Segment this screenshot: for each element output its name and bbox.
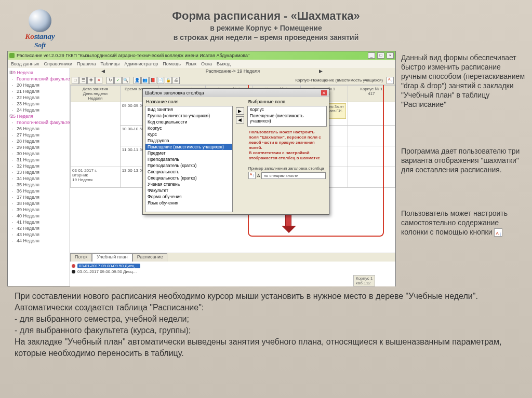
tree-item[interactable]: 41 Неделя — [9, 219, 68, 225]
field-item[interactable]: Корпус — [145, 125, 232, 131]
tb-print-icon[interactable]: 🖨 — [172, 77, 180, 84]
tree-item[interactable]: Геологический факультет — [9, 76, 68, 82]
field-item[interactable]: Группа (количество учащихся) — [145, 113, 232, 119]
tb-user1-icon[interactable]: 👤 — [134, 77, 141, 84]
tb-user2-icon[interactable]: 👥 — [141, 77, 149, 84]
menu-Помощь[interactable]: Помощь — [161, 61, 183, 67]
tree-item[interactable]: 27 Неделя — [9, 132, 68, 138]
example-label: Пример заполнения заголовка столбца — [248, 166, 326, 171]
tab-Учебный план[interactable]: Учебный план — [92, 253, 132, 262]
tree-item[interactable]: 20 Неделя — [9, 82, 68, 88]
chosen-item[interactable]: Помещение (вместимость учащихся) — [248, 113, 326, 124]
tree-item[interactable]: 40 Неделя — [9, 213, 68, 219]
field-item[interactable]: Специальность (кратко) — [145, 175, 232, 181]
field-item[interactable]: Подгруппа — [145, 138, 232, 144]
toolbar-mode-label: Корпус+Помещение (вместимость учащихся) — [295, 78, 386, 83]
tree-item[interactable]: 23 Неделя — [9, 101, 68, 107]
tb-search-icon[interactable]: 🔍 — [122, 77, 129, 84]
tab-content: 03-01-2017 09.00-09.50 Дисц…03-01-2017 0… — [70, 262, 395, 286]
tb-delete-icon[interactable]: ✕ — [95, 77, 102, 84]
menu-Таблицы[interactable]: Таблицы — [99, 61, 122, 67]
maximize-button[interactable]: □ — [377, 52, 384, 59]
menu-Справочники[interactable]: Справочники — [42, 61, 74, 67]
field-item[interactable]: Предмет — [145, 150, 232, 156]
chosen-label: Выбранные поля — [247, 99, 327, 104]
tb-book-icon[interactable]: 📕 — [149, 77, 156, 84]
desc-block-3: Пользователь может настроить самостоятел… — [401, 209, 526, 237]
tree-item[interactable]: 30 Неделя — [9, 150, 68, 157]
column-settings-button[interactable] — [387, 77, 394, 84]
tree-item[interactable]: 34 Неделя — [9, 175, 68, 182]
menubar: Ввод данныхСправочникиПравилаТаблицыАдми… — [8, 60, 395, 68]
tree-item[interactable]: 35 Неделя — [9, 182, 68, 188]
next-week-icon[interactable]: ▶ — [319, 68, 323, 74]
tree-item[interactable]: 43 Неделя — [9, 231, 68, 238]
field-item[interactable]: Специальность — [145, 169, 232, 175]
heading-h1: Форма расписания - «Шахматка» — [0, 9, 532, 23]
tree-item[interactable]: 31 Неделя — [9, 157, 68, 163]
chosen-listbox[interactable]: КорпусПомещение (вместимость учащихся) — [247, 106, 327, 127]
tree-item[interactable]: 26 Неделя — [9, 126, 68, 132]
menu-Выход[interactable]: Выход — [215, 61, 233, 67]
minimize-button[interactable]: _ — [368, 52, 375, 59]
tab-Расписание[interactable]: Расписание — [132, 253, 168, 262]
tree-item[interactable]: 24 Неделя — [9, 107, 68, 113]
heading-h2: в режиме Корпус + Помещение — [0, 24, 532, 32]
fields-label: Название поля — [145, 99, 233, 104]
tb-lock-icon[interactable]: 🔒 — [165, 77, 172, 84]
plan-row[interactable]: 03-01-2017 09.00-09.50 Дисц… — [72, 269, 394, 275]
tree-item[interactable]: 37 Неделя — [9, 194, 68, 200]
tree-item[interactable]: 36 Неделя — [9, 188, 68, 194]
plan-row[interactable]: 03-01-2017 09.00-09.50 Дисц… — [72, 263, 394, 269]
tb-doc-icon[interactable]: 📄 — [157, 77, 164, 84]
field-item[interactable]: Код специальности — [145, 119, 232, 125]
dialog-close-icon[interactable]: × — [321, 90, 327, 95]
inline-sort-icon — [494, 228, 502, 237]
example-sort-button[interactable] — [248, 172, 256, 179]
tb-new-icon[interactable]: □ — [72, 77, 79, 84]
window-title: Расписание ver.2.0.29 ГККП "Кызылординск… — [17, 53, 366, 58]
add-field-button[interactable]: ▶ — [236, 107, 244, 115]
field-item[interactable]: Преподаватель (кратко) — [145, 162, 232, 169]
tree-item[interactable]: 38 Неделя — [9, 200, 68, 207]
tb-save-icon[interactable]: ✚ — [87, 77, 95, 84]
tree-item[interactable]: 22 Неделя — [9, 94, 68, 101]
field-item[interactable]: Ученая степень — [145, 181, 232, 187]
menu-Окна[interactable]: Окна — [199, 61, 214, 67]
tree-item[interactable]: 39 Неделя — [9, 207, 68, 213]
field-item[interactable]: Курс — [145, 131, 232, 138]
tree-item[interactable]: 42 Неделя — [9, 225, 68, 231]
menu-Язык[interactable]: Язык — [183, 61, 198, 67]
close-button[interactable]: × — [387, 52, 394, 59]
example-combo[interactable]: по специальности — [261, 172, 326, 179]
field-item[interactable]: Язык обучения — [145, 200, 232, 206]
field-item[interactable]: Форма обучения — [145, 194, 232, 200]
tree-item[interactable]: 32 Неделя — [9, 163, 68, 169]
field-item[interactable]: Вид занятия — [145, 106, 232, 113]
tree-item[interactable]: 28 Неделя — [9, 138, 68, 144]
field-item[interactable]: Преподаватель — [145, 156, 232, 162]
menu-Администратор[interactable]: Администратор — [122, 61, 160, 67]
tb-check-icon[interactable]: ✓ — [114, 77, 122, 84]
field-item[interactable]: Факультет — [145, 187, 232, 194]
field-item[interactable]: Помещение (вместимость учащихся) — [145, 144, 232, 150]
tb-refresh-icon[interactable]: ↻ — [107, 77, 114, 84]
tab-Поток[interactable]: Поток — [70, 253, 92, 262]
prev-week-icon[interactable]: ◀ — [101, 68, 105, 74]
fields-listbox[interactable]: Вид занятияГруппа (количество учащихся)К… — [145, 106, 233, 212]
remove-field-button[interactable]: ◀ — [236, 116, 244, 123]
tree-item[interactable]: 19 Неделя — [9, 70, 68, 76]
tree-item[interactable]: 25 Неделя — [9, 113, 68, 119]
menu-Ввод данных[interactable]: Ввод данных — [9, 61, 41, 67]
tree-item[interactable]: 29 Неделя — [9, 144, 68, 150]
tree-item[interactable]: 33 Неделя — [9, 169, 68, 175]
menu-Правила[interactable]: Правила — [75, 61, 98, 67]
tree-item[interactable]: 44 Неделя — [9, 238, 68, 244]
tree-pane[interactable]: 19 НеделяГеологический факультет20 Недел… — [8, 68, 70, 286]
tb-open-icon[interactable]: ☰ — [79, 77, 87, 84]
toolbar: □ ☰ ✚ ✕ ↻ ✓ 🔍 👤 👥 📕 📄 🔒 🖨 Корпус+Помещен… — [70, 76, 395, 85]
chosen-item[interactable]: Корпус — [248, 106, 326, 113]
bottom-panel: ПотокУчебный планРасписание 03-01-2017 0… — [70, 253, 395, 286]
tree-item[interactable]: 21 Неделя — [9, 88, 68, 94]
tree-item[interactable]: Геологический факультет — [9, 119, 68, 126]
